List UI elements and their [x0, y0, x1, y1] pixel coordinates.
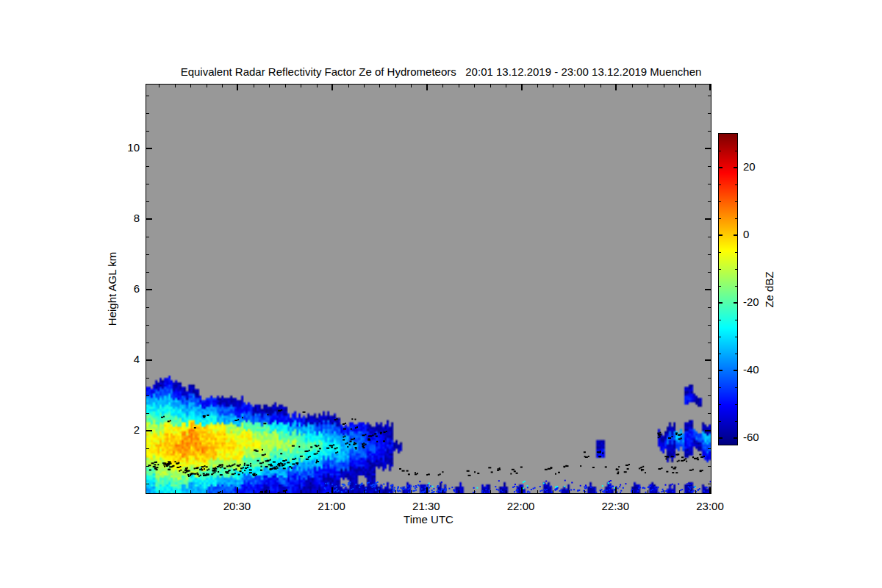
colorbar-tick-label: -40 [743, 363, 784, 376]
colorbar-tick-label: 0 [743, 228, 784, 241]
colorbar-tick-label: 20 [743, 160, 784, 173]
x-axis-label: Time UTC [404, 513, 453, 526]
colorbar-gradient-canvas [719, 134, 737, 445]
chart-title: Equivalent Radar Reflectivity Factor Ze … [0, 65, 882, 78]
x-tick-label: 20:30 [207, 500, 266, 512]
y-tick-label: 8 [96, 212, 140, 225]
y-tick-label: 6 [96, 282, 140, 295]
x-tick-label: 21:00 [302, 500, 361, 512]
colorbar-label: Ze dBZ [763, 271, 775, 307]
x-tick-label: 21:30 [397, 500, 456, 512]
x-tick-label: 22:30 [586, 500, 645, 512]
plot-area [146, 84, 711, 494]
radar-reflectivity-quicklook: Equivalent Radar Reflectivity Factor Ze … [0, 0, 882, 588]
colorbar-tick-label: -60 [743, 431, 784, 444]
y-tick-label: 2 [96, 423, 140, 437]
heatmap-canvas [146, 85, 711, 493]
y-tick-label: 4 [96, 353, 140, 366]
x-tick-label: 23:00 [681, 500, 739, 512]
y-tick-label: 10 [96, 141, 140, 154]
x-tick-label: 22:00 [492, 500, 551, 512]
colorbar [718, 133, 738, 445]
